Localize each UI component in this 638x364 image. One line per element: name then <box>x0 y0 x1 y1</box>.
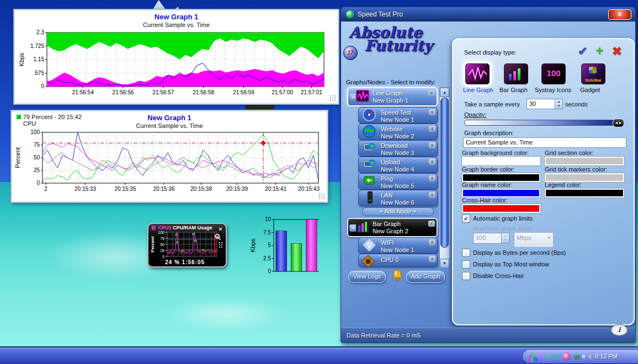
remove-item-button[interactable]: x <box>428 221 435 227</box>
type-label-line-graph[interactable]: Line Graph <box>463 87 493 93</box>
node-item-download[interactable]: DownloadNew Node 3 x <box>358 140 438 157</box>
grid-tick-markers-color-label: Grid tick markers color: <box>545 166 607 173</box>
node-item-speed-test[interactable]: Speed TestNew Node 1 x <box>358 107 438 124</box>
chevron-down-icon: ▼ <box>547 235 551 240</box>
remove-item-button[interactable]: x <box>429 239 435 245</box>
taskbar-clock[interactable]: 8:13 PM <box>595 353 618 360</box>
view-logs-button[interactable]: View Logs <box>348 271 386 283</box>
resize-grip-icon[interactable] <box>329 95 336 101</box>
systray-tile-icon: 100 <box>542 68 565 78</box>
cpu-ram-gadget[interactable]: CPU1 CPU/RAM Usage 0255075100Percent 24 … <box>147 223 227 267</box>
close-icon[interactable]: × <box>217 226 224 232</box>
apply-check-icon[interactable]: ✔ <box>578 46 588 57</box>
remove-item-button[interactable]: x <box>429 256 435 262</box>
remove-item-button[interactable]: x <box>429 126 435 132</box>
node-item-lan[interactable]: LANNew Node 6 x <box>358 190 438 206</box>
window-title: Speed Test Pro <box>358 10 403 18</box>
line-graph-window-percent[interactable]: 79 Percent - 20:15:42 CPU New Graph 1 Cu… <box>11 110 328 202</box>
svg-text:75: 75 <box>160 237 164 240</box>
svg-text:20:15:41: 20:15:41 <box>265 186 286 192</box>
add-graph-button[interactable]: Add Graph <box>406 271 445 283</box>
speed-test-icon <box>362 108 378 123</box>
grid-section-color-swatch[interactable] <box>545 157 624 165</box>
remove-item-button[interactable]: x <box>429 175 435 181</box>
graph-subtitle: Current Sample vs. Time <box>15 22 338 28</box>
scroll-up-icon[interactable]: ▲ <box>440 88 449 97</box>
unit-dropdown[interactable]: Mbps▼ <box>514 232 554 248</box>
info-icon[interactable]: i <box>611 324 628 336</box>
drag-grip-icon[interactable] <box>219 242 223 248</box>
nodes-list-header: Graphs/Nodes - Select to modify: <box>346 79 435 85</box>
add-node-button[interactable]: + Add Node + <box>362 207 434 216</box>
svg-text:Kbps: Kbps <box>249 238 256 253</box>
display-type-systray-icons[interactable]: 100 <box>541 63 566 84</box>
close-button[interactable]: × <box>608 9 631 20</box>
topmost-checkbox[interactable] <box>462 260 470 269</box>
node-item-cpu0[interactable]: CPU 0 x <box>358 254 438 267</box>
graph-item-bar-graph[interactable]: « Bar GraphNew Graph 2 x <box>347 218 438 237</box>
display-type-gadget[interactable]: SideBar <box>581 63 605 84</box>
remove-item-button[interactable]: x <box>429 109 435 115</box>
line-graph-icon <box>355 88 370 104</box>
display-type-bar-graph[interactable] <box>504 63 528 84</box>
automatic-graph-limits-label: Automatic graph limits <box>473 215 533 222</box>
max-limit-spinner[interactable]: ▲▼ <box>501 233 509 243</box>
bell-icon[interactable] <box>391 268 404 282</box>
tray-mini-graph-icon[interactable] <box>529 351 538 361</box>
remove-item-button[interactable]: x <box>428 90 435 96</box>
system-tray: 8 41 51 ⇄ 8:13 PM <box>522 349 638 363</box>
delete-x-icon[interactable]: ✖ <box>612 46 622 57</box>
svg-text:100: 100 <box>158 231 164 234</box>
windows-logo-icon <box>589 67 597 73</box>
scroll-down-icon[interactable]: ▼ <box>440 259 449 268</box>
crosshair-color-swatch[interactable] <box>462 204 540 213</box>
type-label-gadget[interactable]: Gadget <box>580 87 600 93</box>
node-item-website[interactable]: WebsiteNew Node 2 x <box>358 124 438 140</box>
svg-text:75: 75 <box>34 142 40 148</box>
display-type-line-graph[interactable] <box>465 63 490 84</box>
svg-text:21:56:58: 21:56:58 <box>193 89 214 95</box>
kbps-line-chart: 0.5751.151.7252.321:56:5421:56:5621:56:5… <box>15 29 338 103</box>
remove-item-button[interactable]: x <box>429 159 435 165</box>
graph-border-color-swatch[interactable] <box>462 173 540 182</box>
line-graph-window-kbps[interactable]: New Graph 1 Current Sample vs. Time 0.57… <box>14 9 339 104</box>
mini-bars-icon <box>152 226 156 230</box>
kbps-bar-chart: 02.557.510Kbps <box>248 215 326 282</box>
sample-spinner[interactable]: ▲▼ <box>555 99 563 109</box>
opacity-slider-handle[interactable]: ◄► <box>613 119 624 127</box>
svg-text:Percent: Percent <box>150 236 155 253</box>
wrench-icon[interactable] <box>216 232 224 240</box>
max-limit-input[interactable]: 100 <box>473 233 502 244</box>
graph-background-color-swatch[interactable] <box>462 157 540 165</box>
type-label-systray[interactable]: Systray Icons <box>535 87 571 93</box>
disable-crosshair-checkbox[interactable] <box>462 272 470 280</box>
remove-item-button[interactable]: x <box>429 192 435 198</box>
automatic-graph-limits-checkbox[interactable]: ✔ <box>462 215 470 223</box>
volume-icon[interactable] <box>582 353 590 360</box>
opacity-slider[interactable]: ◄► <box>464 120 624 126</box>
tray-number-badge[interactable]: 41 <box>546 354 551 359</box>
sample-interval-input[interactable]: 30 <box>527 99 555 109</box>
resize-grip-icon[interactable] <box>318 193 325 200</box>
graph-item-line-graph[interactable]: « Line GraphNew Graph 1 x <box>347 87 438 106</box>
grid-tick-markers-color-swatch[interactable] <box>545 173 624 182</box>
tray-number-badge[interactable]: 51 <box>554 354 560 359</box>
scrollbar-thumb[interactable] <box>440 98 449 248</box>
node-item-upload[interactable]: UploadNew Node 4 x <box>358 157 438 173</box>
taskbar[interactable]: 8 41 51 ⇄ 8:13 PM <box>0 346 638 364</box>
remove-item-button[interactable]: x <box>429 142 435 148</box>
description-input[interactable]: Current Sample vs. Time <box>463 137 626 148</box>
tray-number-badge[interactable]: 8 <box>540 354 543 359</box>
node-item-ping[interactable]: PingNew Node 5 x <box>358 173 438 190</box>
tray-swirl-icon[interactable] <box>562 352 571 361</box>
title-bar[interactable]: Speed Test Pro × <box>341 7 635 22</box>
node-item-wifi[interactable]: WIFINew Node 1 x <box>358 237 438 254</box>
add-plus-icon[interactable]: + <box>596 45 603 56</box>
tray-sync-arrows-icon[interactable]: ⇄ <box>573 352 579 361</box>
graph-name-color-swatch[interactable] <box>462 189 540 197</box>
display-bps-checkbox[interactable] <box>462 249 470 257</box>
nodes-scrollbar[interactable]: ▲ ▼ <box>439 87 450 269</box>
legend-color-swatch[interactable] <box>545 189 624 197</box>
display-type-label: Select display type: <box>464 49 517 56</box>
type-label-bar-graph[interactable]: Bar Graph <box>499 87 528 93</box>
